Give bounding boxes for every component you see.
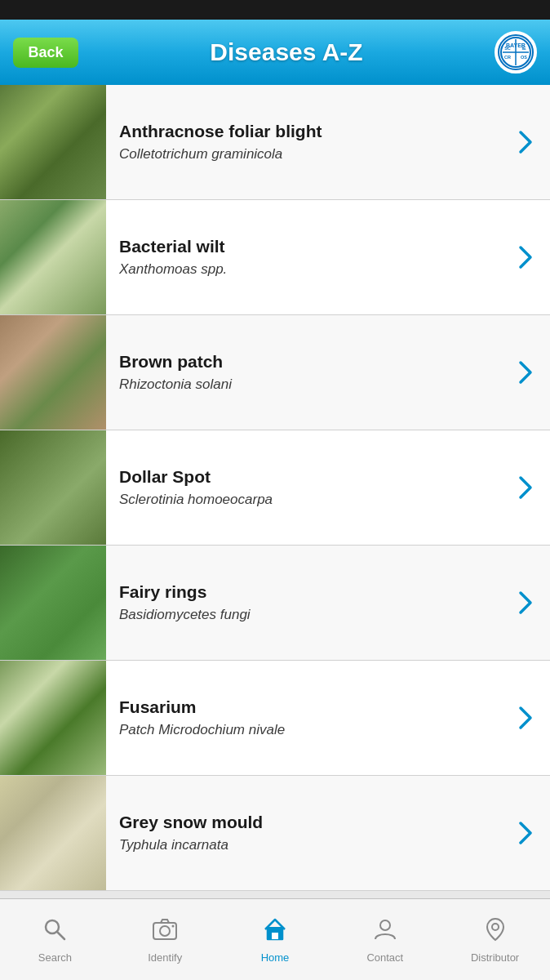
tab-contact-label: Contact <box>366 951 403 964</box>
contact-icon <box>372 916 398 947</box>
disease-name-bacterial-wilt: Bacterial wilt <box>119 237 504 256</box>
svg-text:IE: IE <box>521 46 526 51</box>
disease-content-anthracnose: Anthracnose foliar blight Colletotrichum… <box>106 85 517 199</box>
page-title: Diseases A-Z <box>78 38 495 66</box>
disease-item-brown-patch[interactable]: Brown patch Rhizoctonia solani <box>0 315 550 430</box>
disease-content-brown-patch: Brown patch Rhizoctonia solani <box>106 315 517 430</box>
status-bar <box>0 0 550 20</box>
disease-scientific-dollar-spot: Sclerotinia homoeocarpa <box>119 492 504 508</box>
disease-item-fusarium[interactable]: Fusarium Patch Microdochium nivale <box>0 661 550 776</box>
svg-line-9 <box>57 932 64 939</box>
disease-arrow-grey-snow <box>517 776 550 890</box>
disease-arrow-bacterial-wilt <box>517 200 550 314</box>
disease-scientific-fusarium: Patch Microdochium nivale <box>119 722 504 738</box>
disease-image-bacterial-wilt <box>0 200 106 314</box>
disease-name-dollar-spot: Dollar Spot <box>119 467 504 487</box>
disease-name-grey-snow: Grey snow mould <box>119 813 504 832</box>
disease-content-bacterial-wilt: Bacterial wilt Xanthomoas spp. <box>106 200 517 314</box>
svg-rect-13 <box>272 933 278 939</box>
svg-text:SC: SC <box>504 46 511 51</box>
tab-distributor[interactable]: Distributor <box>440 899 550 980</box>
disease-content-fusarium: Fusarium Patch Microdochium nivale <box>106 661 517 775</box>
disease-item-anthracnose[interactable]: Anthracnose foliar blight Colletotrichum… <box>0 85 550 200</box>
disease-image-grey-snow <box>0 776 106 890</box>
svg-point-15 <box>492 924 499 930</box>
header: Back Diseases A-Z BAYER CR OS SC IE <box>0 20 550 85</box>
bayer-logo-inner: BAYER CR OS SC IE <box>498 34 534 70</box>
disease-item-fairy-rings[interactable]: Fairy rings Basidiomycetes fungi <box>0 546 550 661</box>
distributor-icon <box>482 916 508 947</box>
tab-home[interactable]: Home <box>220 899 330 980</box>
disease-arrow-fusarium <box>517 661 550 775</box>
svg-point-14 <box>380 920 390 930</box>
disease-scientific-brown-patch: Rhizoctonia solani <box>119 376 504 393</box>
disease-arrow-fairy-rings <box>517 546 550 660</box>
tab-search-label: Search <box>38 951 72 964</box>
disease-image-dollar-spot <box>0 430 106 545</box>
disease-scientific-fairy-rings: Basidiomycetes fungi <box>119 607 504 623</box>
svg-text:OS: OS <box>521 55 527 60</box>
disease-image-fairy-rings <box>0 546 106 660</box>
disease-name-fairy-rings: Fairy rings <box>119 582 504 602</box>
disease-arrow-anthracnose <box>517 85 550 199</box>
disease-image-anthracnose <box>0 85 106 199</box>
disease-scientific-bacterial-wilt: Xanthomoas spp. <box>119 261 504 278</box>
tab-identify-label: Identify <box>148 951 182 964</box>
back-label: Back <box>28 44 63 60</box>
disease-image-fusarium <box>0 661 106 775</box>
disease-image-brown-patch <box>0 315 106 430</box>
tab-contact[interactable]: Contact <box>330 899 440 980</box>
disease-item-dollar-spot[interactable]: Dollar Spot Sclerotinia homoeocarpa <box>0 430 550 546</box>
disease-scientific-grey-snow: Typhula incarnata <box>119 837 504 853</box>
tab-bar: Search Identify Home <box>0 898 550 980</box>
svg-text:CR: CR <box>504 55 511 60</box>
camera-icon <box>152 916 178 947</box>
tab-identify[interactable]: Identify <box>110 899 220 980</box>
tab-search[interactable]: Search <box>0 899 110 980</box>
disease-content-dollar-spot: Dollar Spot Sclerotinia homoeocarpa <box>106 430 517 545</box>
disease-content-fairy-rings: Fairy rings Basidiomycetes fungi <box>106 546 517 660</box>
disease-arrow-dollar-spot <box>517 430 550 545</box>
disease-item-bacterial-wilt[interactable]: Bacterial wilt Xanthomoas spp. <box>0 200 550 315</box>
disease-name-fusarium: Fusarium <box>119 697 504 717</box>
back-button[interactable]: Back <box>13 38 78 68</box>
disease-arrow-brown-patch <box>517 315 550 430</box>
search-icon <box>42 916 68 947</box>
tab-home-label: Home <box>261 951 290 964</box>
disease-name-anthracnose: Anthracnose foliar blight <box>119 122 504 141</box>
disease-content-grey-snow: Grey snow mould Typhula incarnata <box>106 776 517 890</box>
svg-point-11 <box>160 926 170 936</box>
bayer-logo: BAYER CR OS SC IE <box>495 31 537 74</box>
disease-name-brown-patch: Brown patch <box>119 352 504 372</box>
disease-list: Anthracnose foliar blight Colletotrichum… <box>0 85 550 898</box>
svg-point-12 <box>172 924 175 927</box>
disease-scientific-anthracnose: Colletotrichum graminicola <box>119 146 504 163</box>
home-icon <box>262 916 288 947</box>
tab-distributor-label: Distributor <box>471 951 519 964</box>
disease-item-grey-snow[interactable]: Grey snow mould Typhula incarnata <box>0 776 550 891</box>
